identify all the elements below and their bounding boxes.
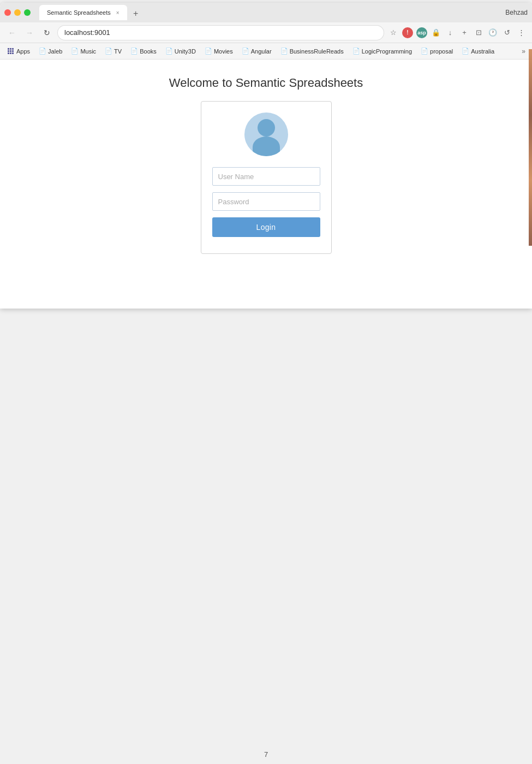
forward-button[interactable]: → [23, 26, 36, 39]
page-number: 7 [264, 750, 268, 759]
bookmark-movies[interactable]: 📄 Movies [201, 46, 236, 56]
address-bar: ← → ↻ ☆ ! asp 🔒 ↓ + ⊡ 🕐 ↺ ⋮ [0, 22, 532, 43]
user-name-label: Behzad [505, 9, 528, 16]
address-input[interactable] [58, 26, 384, 40]
avatar-head [258, 119, 275, 137]
minimize-traffic-light[interactable] [14, 9, 21, 16]
username-input[interactable] [212, 167, 320, 186]
bookmark-label: LogicProgramming [362, 48, 412, 55]
bookmark-music[interactable]: 📄 Music [68, 46, 99, 56]
bookmark-businessrulereads[interactable]: 📄 BusinessRuleReads [277, 46, 347, 56]
tab-groups-icon[interactable]: ⊡ [473, 27, 484, 38]
bookmark-proposal[interactable]: 📄 proposal [417, 46, 456, 56]
bookmark-label: TV [114, 48, 122, 55]
avatar-body [253, 137, 280, 156]
extension-icon[interactable]: asp [416, 27, 427, 38]
folder-icon: 📄 [242, 48, 249, 55]
folder-icon: 📄 [71, 48, 79, 55]
address-actions: ☆ ! asp 🔒 ↓ + ⊡ 🕐 ↺ ⋮ [388, 27, 527, 38]
folder-icon: 📄 [165, 48, 173, 55]
back-button[interactable]: ← [5, 26, 19, 39]
bookmark-label: Unity3D [175, 48, 196, 55]
folder-icon: 📄 [421, 48, 428, 55]
bookmark-logicprogramming[interactable]: 📄 LogicProgramming [349, 46, 415, 56]
window-controls-right: Behzad [505, 9, 528, 16]
folder-icon: 📄 [462, 48, 469, 55]
title-bar: Semantic Spreadsheets × + Behzad [0, 3, 532, 22]
save-icon[interactable]: ↓ [445, 27, 456, 38]
bookmark-add-icon[interactable]: + [459, 27, 470, 38]
close-traffic-light[interactable] [4, 9, 11, 16]
bookmark-label: Books [140, 48, 157, 55]
bookmark-australia[interactable]: 📄 Australia [458, 46, 498, 56]
tab-bar: Semantic Spreadsheets × + [39, 5, 502, 20]
page-title: Welcome to Semantic Spreadsheets [169, 76, 363, 90]
tab-close-button[interactable]: × [116, 10, 119, 16]
apps-label: Apps [16, 48, 30, 55]
folder-icon: 📄 [130, 48, 138, 55]
traffic-lights [4, 9, 31, 16]
folder-icon: 📄 [280, 48, 288, 55]
folder-icon: 📄 [105, 48, 112, 55]
bookmarks-bar: Apps 📄 Jaleb 📄 Music 📄 TV 📄 Books 📄 Unit… [0, 43, 532, 60]
bookmark-label: Australia [471, 48, 494, 55]
maximize-traffic-light[interactable] [24, 9, 31, 16]
bookmark-label: proposal [430, 48, 453, 55]
bookmark-tv[interactable]: 📄 TV [101, 46, 125, 56]
bookmark-label: Movies [214, 48, 233, 55]
menu-icon[interactable]: ⋮ [516, 27, 527, 38]
bookmarks-more-button[interactable]: » [519, 46, 528, 56]
bookmark-label: BusinessRuleReads [290, 48, 344, 55]
login-card: Login [201, 101, 332, 254]
bookmark-angular[interactable]: 📄 Angular [238, 46, 275, 56]
password-input[interactable] [212, 192, 320, 211]
security-icon[interactable]: ! [402, 27, 413, 38]
folder-icon: 📄 [205, 48, 212, 55]
history-icon[interactable]: 🕐 [487, 27, 498, 38]
bookmark-unity3d[interactable]: 📄 Unity3D [162, 46, 199, 56]
login-button[interactable]: Login [212, 217, 320, 237]
folder-icon: 📄 [352, 48, 360, 55]
bookmark-label: Music [80, 48, 96, 55]
shield-icon[interactable]: 🔒 [431, 27, 441, 38]
active-tab[interactable]: Semantic Spreadsheets × [39, 5, 127, 20]
avatar [244, 112, 288, 156]
star-icon[interactable]: ☆ [388, 27, 399, 38]
tab-label: Semantic Spreadsheets [47, 9, 111, 16]
apps-grid-icon [8, 48, 14, 54]
bookmark-jaleb[interactable]: 📄 Jaleb [35, 46, 65, 56]
bookmark-label: Jaleb [48, 48, 62, 55]
bookmark-label: Angular [251, 48, 272, 55]
folder-icon: 📄 [39, 48, 46, 55]
apps-bookmark[interactable]: Apps [4, 47, 33, 56]
page-content: Welcome to Semantic Spreadsheets Login [0, 60, 532, 309]
right-edge-decoration [529, 49, 532, 246]
reload-icon[interactable]: ↺ [501, 27, 512, 38]
browser-window: Semantic Spreadsheets × + Behzad ← → ↻ ☆… [0, 3, 532, 309]
refresh-button[interactable]: ↻ [40, 26, 53, 39]
new-tab-button[interactable]: + [129, 7, 142, 20]
bookmark-books[interactable]: 📄 Books [127, 46, 160, 56]
